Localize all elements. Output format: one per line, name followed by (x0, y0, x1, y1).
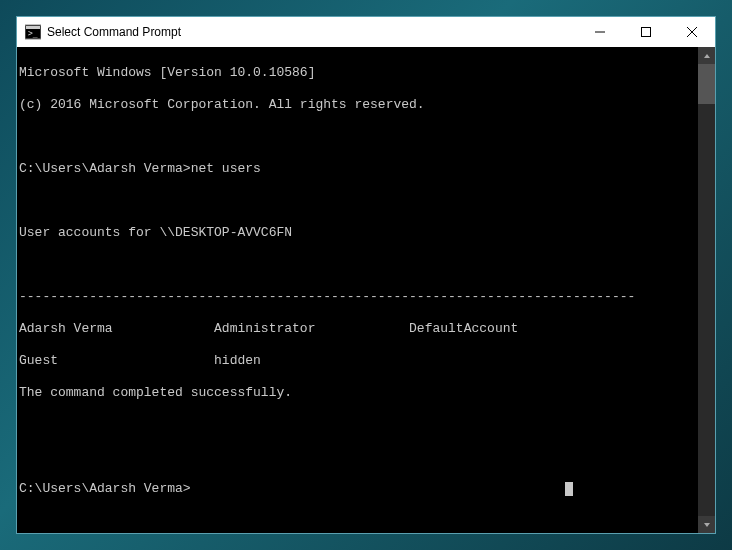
prompt-line: C:\Users\Adarsh Verma>net users (19, 161, 698, 177)
window-title: Select Command Prompt (47, 25, 181, 39)
output-line: User accounts for \\DESKTOP-AVVC6FN (19, 225, 698, 241)
output-line (19, 257, 698, 273)
vertical-scrollbar[interactable] (698, 47, 715, 533)
svg-rect-4 (642, 28, 651, 37)
prompt-path: C:\Users\Adarsh Verma> (19, 481, 191, 496)
output-line: Microsoft Windows [Version 10.0.10586] (19, 65, 698, 81)
scroll-up-button[interactable] (698, 47, 715, 64)
scrollbar-thumb[interactable] (698, 64, 715, 104)
terminal-output[interactable]: Microsoft Windows [Version 10.0.10586] (… (17, 47, 698, 533)
output-line (19, 193, 698, 209)
command-prompt-icon: >_ (25, 24, 41, 40)
output-line: The command completed successfully. (19, 385, 698, 401)
terminal-area: Microsoft Windows [Version 10.0.10586] (… (17, 47, 715, 533)
output-line: Guest hidden (19, 353, 698, 369)
close-button[interactable] (669, 17, 715, 47)
prompt-path: C:\Users\Adarsh Verma> (19, 161, 191, 176)
output-line (19, 417, 698, 433)
command-prompt-window: >_ Select Command Prompt Microsoft Windo… (16, 16, 716, 534)
maximize-button[interactable] (623, 17, 669, 47)
cursor-icon (565, 482, 573, 496)
prompt-line: C:\Users\Adarsh Verma> (19, 481, 698, 497)
command-text: net users (191, 161, 261, 176)
output-line (19, 129, 698, 145)
svg-marker-7 (704, 54, 710, 58)
output-line: Adarsh Verma Administrator DefaultAccoun… (19, 321, 698, 337)
scroll-down-button[interactable] (698, 516, 715, 533)
window-controls (577, 17, 715, 47)
svg-text:>_: >_ (28, 29, 38, 38)
output-line: ----------------------------------------… (19, 289, 698, 305)
output-line (19, 449, 698, 465)
output-line: (c) 2016 Microsoft Corporation. All righ… (19, 97, 698, 113)
minimize-button[interactable] (577, 17, 623, 47)
svg-marker-8 (704, 523, 710, 527)
titlebar[interactable]: >_ Select Command Prompt (17, 17, 715, 47)
